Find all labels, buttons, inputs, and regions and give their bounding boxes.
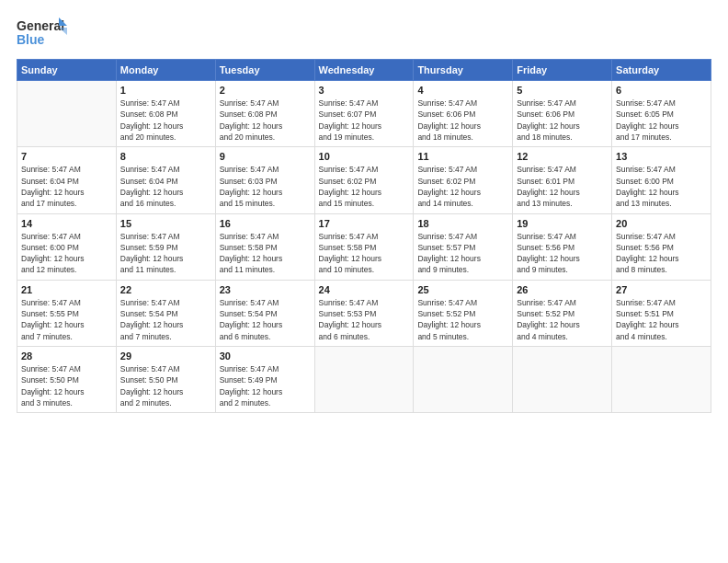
calendar-cell: 30Sunrise: 5:47 AM Sunset: 5:49 PM Dayli… [215, 347, 314, 413]
calendar-cell: 23Sunrise: 5:47 AM Sunset: 5:54 PM Dayli… [215, 280, 314, 346]
calendar-week-row: 14Sunrise: 5:47 AM Sunset: 6:00 PM Dayli… [17, 213, 711, 280]
day-number: 20 [616, 218, 707, 229]
day-info: Sunrise: 5:47 AM Sunset: 6:06 PM Dayligh… [417, 98, 508, 143]
calendar-cell: 7Sunrise: 5:47 AM Sunset: 6:04 PM Daylig… [17, 147, 117, 213]
calendar-cell: 13Sunrise: 5:47 AM Sunset: 6:00 PM Dayli… [612, 147, 711, 213]
calendar-cell: 12Sunrise: 5:47 AM Sunset: 6:01 PM Dayli… [513, 147, 612, 213]
day-info: Sunrise: 5:47 AM Sunset: 6:06 PM Dayligh… [517, 98, 608, 143]
day-number: 14 [21, 218, 112, 229]
calendar-cell: 3Sunrise: 5:47 AM Sunset: 6:07 PM Daylig… [314, 81, 414, 147]
day-info: Sunrise: 5:47 AM Sunset: 6:03 PM Dayligh… [220, 164, 311, 209]
weekday-header: Friday [513, 60, 612, 81]
day-info: Sunrise: 5:47 AM Sunset: 5:52 PM Dayligh… [417, 297, 508, 342]
day-number: 11 [417, 151, 508, 162]
day-number: 30 [220, 350, 311, 362]
weekday-header: Saturday [612, 60, 711, 81]
day-number: 12 [517, 151, 608, 162]
day-info: Sunrise: 5:47 AM Sunset: 6:02 PM Dayligh… [319, 164, 410, 209]
day-number: 17 [319, 218, 410, 229]
calendar-cell [314, 347, 414, 413]
weekday-header: Thursday [414, 60, 513, 81]
header: General Blue [17, 17, 711, 50]
calendar-cell: 14Sunrise: 5:47 AM Sunset: 6:00 PM Dayli… [17, 213, 117, 280]
calendar-header-row: SundayMondayTuesdayWednesdayThursdayFrid… [17, 60, 711, 81]
calendar-cell: 20Sunrise: 5:47 AM Sunset: 5:56 PM Dayli… [612, 213, 711, 280]
day-number: 27 [616, 284, 707, 295]
day-info: Sunrise: 5:47 AM Sunset: 6:05 PM Dayligh… [616, 98, 707, 143]
day-number: 4 [417, 85, 508, 96]
calendar-cell: 5Sunrise: 5:47 AM Sunset: 6:06 PM Daylig… [513, 81, 612, 147]
day-number: 7 [21, 151, 112, 162]
calendar-cell: 19Sunrise: 5:47 AM Sunset: 5:56 PM Dayli… [513, 213, 612, 280]
calendar-week-row: 28Sunrise: 5:47 AM Sunset: 5:50 PM Dayli… [17, 347, 711, 413]
day-number: 23 [220, 284, 311, 295]
day-info: Sunrise: 5:47 AM Sunset: 5:52 PM Dayligh… [517, 297, 608, 342]
calendar-cell: 17Sunrise: 5:47 AM Sunset: 5:58 PM Dayli… [314, 213, 414, 280]
calendar-cell: 1Sunrise: 5:47 AM Sunset: 6:08 PM Daylig… [116, 81, 215, 147]
calendar-cell: 10Sunrise: 5:47 AM Sunset: 6:02 PM Dayli… [314, 147, 414, 213]
logo: General Blue [17, 17, 67, 50]
day-info: Sunrise: 5:47 AM Sunset: 6:02 PM Dayligh… [417, 164, 508, 209]
day-number: 9 [220, 151, 311, 162]
calendar-cell: 11Sunrise: 5:47 AM Sunset: 6:02 PM Dayli… [414, 147, 513, 213]
day-info: Sunrise: 5:47 AM Sunset: 6:08 PM Dayligh… [120, 98, 211, 143]
day-number: 26 [517, 284, 608, 295]
day-info: Sunrise: 5:47 AM Sunset: 5:56 PM Dayligh… [616, 231, 707, 276]
day-number: 10 [319, 151, 410, 162]
calendar-cell [414, 347, 513, 413]
day-info: Sunrise: 5:47 AM Sunset: 6:08 PM Dayligh… [220, 98, 311, 143]
day-number: 8 [120, 151, 211, 162]
calendar-cell [17, 81, 117, 147]
day-info: Sunrise: 5:47 AM Sunset: 5:57 PM Dayligh… [417, 231, 508, 276]
day-info: Sunrise: 5:47 AM Sunset: 5:49 PM Dayligh… [220, 363, 311, 408]
day-number: 29 [120, 350, 211, 362]
day-info: Sunrise: 5:47 AM Sunset: 5:54 PM Dayligh… [120, 297, 211, 342]
day-info: Sunrise: 5:47 AM Sunset: 6:04 PM Dayligh… [120, 164, 211, 209]
day-number: 3 [319, 85, 410, 96]
calendar-week-row: 21Sunrise: 5:47 AM Sunset: 5:55 PM Dayli… [17, 280, 711, 346]
calendar-cell: 22Sunrise: 5:47 AM Sunset: 5:54 PM Dayli… [116, 280, 215, 346]
calendar-cell: 26Sunrise: 5:47 AM Sunset: 5:52 PM Dayli… [513, 280, 612, 346]
calendar-cell: 29Sunrise: 5:47 AM Sunset: 5:50 PM Dayli… [116, 347, 215, 413]
svg-text:General: General [17, 18, 64, 33]
page: General Blue SundayMondayTuesdayWednesda… [0, 0, 728, 563]
day-number: 22 [120, 284, 211, 295]
day-number: 21 [21, 284, 112, 295]
day-info: Sunrise: 5:47 AM Sunset: 6:01 PM Dayligh… [517, 164, 608, 209]
day-info: Sunrise: 5:47 AM Sunset: 5:56 PM Dayligh… [517, 231, 608, 276]
calendar-cell [612, 347, 711, 413]
calendar-week-row: 1Sunrise: 5:47 AM Sunset: 6:08 PM Daylig… [17, 81, 711, 147]
weekday-header: Tuesday [215, 60, 314, 81]
day-info: Sunrise: 5:47 AM Sunset: 6:00 PM Dayligh… [616, 164, 707, 209]
calendar-cell: 24Sunrise: 5:47 AM Sunset: 5:53 PM Dayli… [314, 280, 414, 346]
day-info: Sunrise: 5:47 AM Sunset: 5:51 PM Dayligh… [616, 297, 707, 342]
calendar-cell: 27Sunrise: 5:47 AM Sunset: 5:51 PM Dayli… [612, 280, 711, 346]
day-number: 6 [616, 85, 707, 96]
calendar-table: SundayMondayTuesdayWednesdayThursdayFrid… [17, 59, 711, 413]
day-info: Sunrise: 5:47 AM Sunset: 5:50 PM Dayligh… [21, 363, 112, 408]
weekday-header: Wednesday [314, 60, 414, 81]
day-number: 15 [120, 218, 211, 229]
day-number: 25 [417, 284, 508, 295]
calendar-cell: 15Sunrise: 5:47 AM Sunset: 5:59 PM Dayli… [116, 213, 215, 280]
day-info: Sunrise: 5:47 AM Sunset: 5:55 PM Dayligh… [21, 297, 112, 342]
logo-svg: General Blue [17, 17, 67, 50]
calendar-week-row: 7Sunrise: 5:47 AM Sunset: 6:04 PM Daylig… [17, 147, 711, 213]
day-info: Sunrise: 5:47 AM Sunset: 6:04 PM Dayligh… [21, 164, 112, 209]
day-info: Sunrise: 5:47 AM Sunset: 5:54 PM Dayligh… [220, 297, 311, 342]
day-number: 2 [220, 85, 311, 96]
day-number: 28 [21, 350, 112, 362]
day-info: Sunrise: 5:47 AM Sunset: 6:00 PM Dayligh… [21, 231, 112, 276]
day-number: 1 [120, 85, 211, 96]
calendar-cell: 4Sunrise: 5:47 AM Sunset: 6:06 PM Daylig… [414, 81, 513, 147]
calendar-cell: 8Sunrise: 5:47 AM Sunset: 6:04 PM Daylig… [116, 147, 215, 213]
calendar-cell: 21Sunrise: 5:47 AM Sunset: 5:55 PM Dayli… [17, 280, 117, 346]
calendar-cell: 28Sunrise: 5:47 AM Sunset: 5:50 PM Dayli… [17, 347, 117, 413]
day-number: 24 [319, 284, 410, 295]
calendar-cell: 6Sunrise: 5:47 AM Sunset: 6:05 PM Daylig… [612, 81, 711, 147]
weekday-header: Sunday [17, 60, 117, 81]
weekday-header: Monday [116, 60, 215, 81]
calendar-cell: 16Sunrise: 5:47 AM Sunset: 5:58 PM Dayli… [215, 213, 314, 280]
calendar-cell: 25Sunrise: 5:47 AM Sunset: 5:52 PM Dayli… [414, 280, 513, 346]
day-number: 16 [220, 218, 311, 229]
